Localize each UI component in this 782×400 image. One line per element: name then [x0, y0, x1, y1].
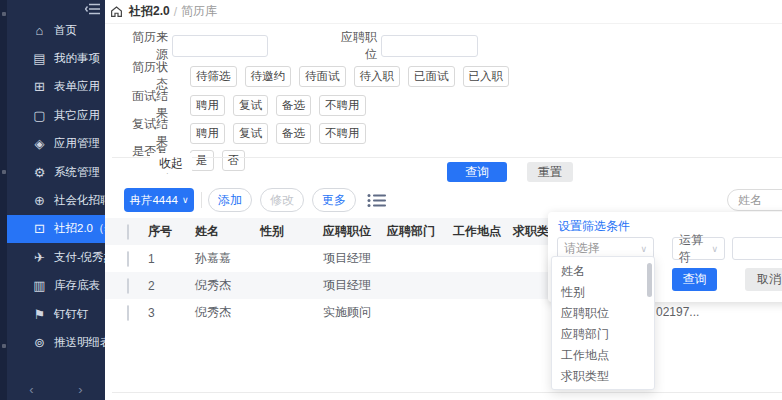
dropdown-option[interactable]: 姓名 — [552, 261, 654, 282]
dropdown-option[interactable]: 应聘职位 — [552, 303, 654, 324]
select-all-checkbox[interactable] — [127, 224, 129, 240]
sidebar-item-my-tasks[interactable]: ▤我的事项 — [7, 44, 105, 72]
breadcrumb: 社招2.0 / 简历库 — [105, 0, 782, 24]
row-checkbox[interactable] — [127, 278, 129, 294]
resume-status-tag[interactable]: 已面试 — [408, 66, 455, 87]
apply-position-input[interactable] — [381, 35, 478, 57]
dropdown-scrollbar[interactable] — [647, 263, 652, 297]
cell-position: 实施顾问 — [323, 304, 387, 321]
resume-status-tag[interactable]: 待筛选 — [190, 66, 237, 87]
column-header-location[interactable]: 工作地点 — [453, 223, 513, 240]
sidebar-item-social-recruiting[interactable]: ⊕社会化招聘 — [7, 186, 105, 214]
dropdown-option[interactable]: 求职类型 — [552, 366, 654, 387]
column-header-position[interactable]: 应聘职位 — [323, 223, 387, 240]
resume-source-label: 简历来源 — [125, 29, 168, 63]
operator-placeholder: 运算符 — [679, 232, 707, 266]
sidebar-item-home[interactable]: ⌂首页 — [7, 16, 105, 44]
sidebar-item-form-apps[interactable]: ⊞表单应用 — [7, 73, 105, 101]
home-icon: ⌂ — [32, 24, 47, 37]
sidebar-item-label: 钉钉钉 — [54, 307, 89, 322]
interview-result-tag[interactable]: 聘用 — [190, 95, 225, 116]
bottom-divider — [112, 392, 782, 393]
reset-button[interactable]: 重置 — [527, 162, 573, 182]
dropdown-option[interactable]: 工作地点 — [552, 345, 654, 366]
bag-icon: ▥ — [32, 279, 47, 292]
sidebar-item-label: 首页 — [54, 23, 77, 38]
sidebar-item-payment[interactable]: ✈支付-倪秀杰 — [7, 243, 105, 271]
sidebar-item-label: 库存底表 — [54, 278, 100, 293]
resume-status-tag[interactable]: 待邀约 — [245, 66, 292, 87]
sidebar-item-label: 社会化招聘 — [54, 193, 105, 208]
cell-no: 3 — [148, 306, 195, 320]
breadcrumb-separator: / — [174, 5, 177, 19]
column-header-no[interactable]: 序号 — [148, 223, 195, 240]
resume-source-input[interactable] — [172, 35, 268, 57]
second-result-tag[interactable]: 不聘用 — [319, 123, 366, 144]
sidebar-item-other-apps[interactable]: ▢其它应用 — [7, 101, 105, 129]
dropdown-option[interactable]: 性别 — [552, 282, 654, 303]
sidebar-item-label: 支付-倪秀杰 — [54, 250, 105, 265]
filter-value-input[interactable] — [732, 237, 782, 260]
column-header-department[interactable]: 应聘部门 — [387, 223, 453, 240]
apply-position-label: 应聘职位 — [334, 29, 377, 63]
is-second-tag[interactable]: 是 — [190, 150, 214, 171]
edit-button[interactable]: 修改 — [260, 188, 304, 212]
grid-icon: ⊞ — [32, 80, 47, 93]
sidebar-prev-arrow[interactable]: ‹ — [19, 382, 43, 398]
cell-position: 项目经理 — [323, 277, 387, 294]
second-result-tag[interactable]: 备选 — [276, 123, 311, 144]
sidebar-menu: ⌂首页 ▤我的事项 ⊞表单应用 ▢其它应用 ◈应用管理 ⚙系统管理 ⊕社会化招聘… — [7, 0, 105, 357]
flag-icon: ⚑ — [32, 308, 47, 321]
user-dropdown-label: 冉芹4444 — [129, 193, 178, 208]
toolbar-divider — [201, 192, 202, 208]
name-search-input[interactable] — [727, 189, 782, 211]
dropdown-option[interactable]: 到岗日期 — [552, 387, 654, 390]
more-button[interactable]: 更多 — [312, 188, 356, 212]
panel-search-button[interactable]: 查询 — [672, 268, 717, 291]
resume-status-tag[interactable]: 待面试 — [299, 66, 346, 87]
resume-status-tag[interactable]: 待入职 — [354, 66, 401, 87]
list-view-icon[interactable] — [367, 193, 387, 208]
filter-field-options-dropdown: 姓名 性别 应聘职位 应聘部门 工作地点 求职类型 到岗日期 — [551, 256, 655, 390]
collapsed-rail — [0, 0, 7, 400]
interview-result-tag[interactable]: 备选 — [276, 95, 311, 116]
sidebar-next-arrow[interactable]: › — [68, 382, 92, 398]
breadcrumb-page: 简历库 — [181, 3, 217, 20]
sidebar-item-inventory[interactable]: ▥库存底表 — [7, 272, 105, 300]
sidebar-item-app-management[interactable]: ◈应用管理 — [7, 130, 105, 158]
row-checkbox[interactable] — [127, 251, 129, 267]
sidebar-item-push-detail[interactable]: ⊚推送明细表 — [7, 328, 105, 356]
sidebar-item-label: 我的事项 — [54, 51, 100, 66]
second-result-tag[interactable]: 复试 — [233, 123, 268, 144]
sidebar-item-label: 其它应用 — [54, 108, 100, 123]
interview-result-tag[interactable]: 不聘用 — [319, 95, 366, 116]
resume-status-tag[interactable]: 已入职 — [463, 66, 510, 87]
collapse-filters-button[interactable]: 收起 — [150, 153, 192, 173]
second-result-tag[interactable]: 聘用 — [190, 123, 225, 144]
chevron-down-icon: ∨ — [640, 244, 647, 254]
sidebar-item-dingding[interactable]: ⚑钉钉钉 — [7, 300, 105, 328]
column-header-gender[interactable]: 性别 — [260, 223, 323, 240]
column-header-name[interactable]: 姓名 — [195, 223, 260, 240]
sidebar-item-label: 表单应用 — [54, 79, 100, 94]
interview-result-tag[interactable]: 复试 — [233, 95, 268, 116]
plane-icon: ✈ — [32, 251, 47, 264]
resume-source-field: 简历来源 应聘职位 — [125, 29, 478, 63]
row-checkbox[interactable] — [127, 305, 129, 321]
add-button[interactable]: 添加 — [208, 188, 252, 212]
sidebar: ⌂首页 ▤我的事项 ⊞表单应用 ▢其它应用 ◈应用管理 ⚙系统管理 ⊕社会化招聘… — [0, 0, 105, 400]
operator-select[interactable]: 运算符 ∨ — [672, 237, 725, 260]
sidebar-pager: ‹ › — [7, 382, 105, 398]
search-button[interactable]: 查询 — [447, 162, 507, 182]
user-dropdown-button[interactable]: 冉芹4444 ∨ — [124, 188, 194, 212]
network-icon: ⊚ — [32, 336, 47, 349]
layers-icon: ◈ — [32, 137, 47, 150]
sidebar-item-system-management[interactable]: ⚙系统管理 — [7, 158, 105, 186]
sidebar-item-recruit-2-0[interactable]: ⊡社招2.0（勿动） — [7, 215, 105, 243]
panel-cancel-button[interactable]: 取消 — [745, 268, 782, 291]
is-second-tag[interactable]: 否 — [222, 150, 246, 171]
dropdown-option[interactable]: 应聘部门 — [552, 324, 654, 345]
breadcrumb-app[interactable]: 社招2.0 — [129, 3, 170, 20]
sidebar-item-label: 应用管理 — [54, 136, 100, 151]
menu-fold-icon[interactable] — [85, 3, 101, 15]
